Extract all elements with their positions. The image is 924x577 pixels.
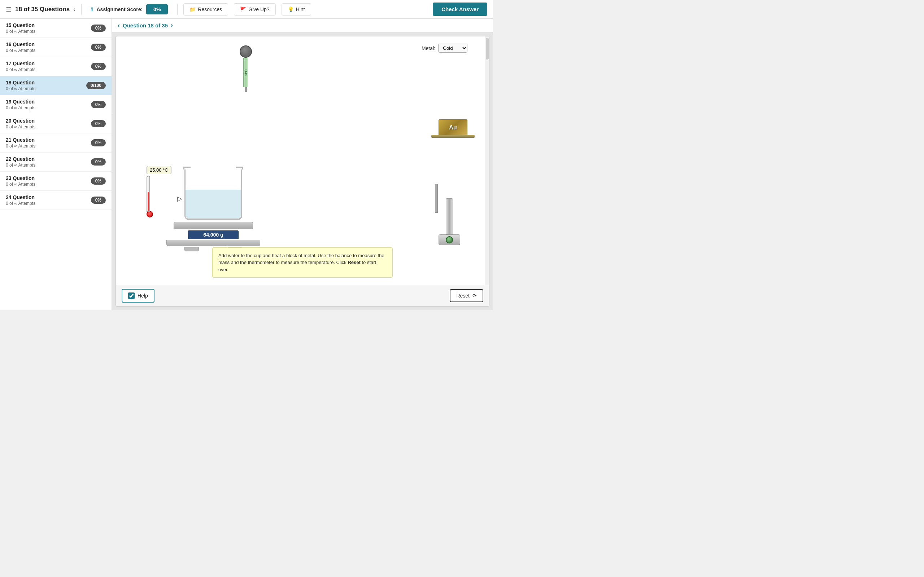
play-button[interactable]: ▷: [177, 195, 182, 203]
header-divider-2: [177, 4, 178, 15]
sidebar-item-info-20: 20 Question 0 of ∞ Attempts: [6, 118, 36, 129]
reset-button[interactable]: Reset ⟳: [450, 289, 483, 302]
reset-icon: ⟳: [472, 293, 477, 298]
header-left: ☰ 18 of 35 Questions ‹: [6, 5, 76, 13]
beaker-thermometer-group: 25.00 °C ▷: [174, 169, 253, 251]
help-button-label: Help: [137, 293, 148, 298]
scrollbar-thumb[interactable]: [486, 38, 489, 60]
sidebar-item-title-19: 19 Question: [6, 99, 36, 105]
burner-assembly: [446, 198, 453, 234]
burner-stand-arm: [435, 184, 438, 213]
sim-bottom-bar: Help Reset ⟳: [116, 285, 489, 306]
simulation-content: Metal: Gold Silver Copper Iron H₂O: [116, 36, 489, 285]
menu-icon[interactable]: ☰: [6, 5, 11, 13]
sidebar-item-attempts-18: 0 of ∞ Attempts: [6, 86, 36, 91]
assignment-score-label: Assignment Score:: [97, 6, 143, 12]
sidebar-item-info-16: 16 Question 0 of ∞ Attempts: [6, 42, 36, 53]
sidebar-item-info-19: 19 Question 0 of ∞ Attempts: [6, 99, 36, 110]
sidebar-item-score-17: 0%: [91, 63, 106, 70]
score-badge: 0%: [146, 4, 168, 15]
sidebar-item-24[interactable]: 24 Question 0 of ∞ Attempts 0%: [0, 191, 111, 210]
sidebar-item-21[interactable]: 21 Question 0 of ∞ Attempts 0%: [0, 134, 111, 153]
reset-button-label: Reset: [456, 293, 470, 298]
help-text-content: Add water to the cup and heat a block of…: [218, 253, 384, 272]
sidebar-item-15[interactable]: 15 Question 0 of ∞ Attempts 0%: [0, 19, 111, 38]
simulation-box: Metal: Gold Silver Copper Iron H₂O: [115, 36, 489, 306]
sidebar-item-attempts-15: 0 of ∞ Attempts: [6, 29, 36, 34]
thermometer[interactable]: 25.00 °C ▷: [147, 166, 171, 218]
top-header: ☰ 18 of 35 Questions ‹ ℹ Assignment Scor…: [0, 0, 493, 19]
prev-question-button[interactable]: ‹: [118, 22, 120, 29]
hint-label: Hint: [296, 6, 305, 12]
therm-tube: [147, 176, 150, 212]
sidebar-item-20[interactable]: 20 Question 0 of ∞ Attempts 0%: [0, 114, 111, 134]
help-textbox: Add water to the cup and heat a block of…: [212, 247, 393, 278]
sidebar-item-22[interactable]: 22 Question 0 of ∞ Attempts 0%: [0, 153, 111, 172]
scale: 64.000 g: [174, 222, 253, 251]
page-title: 18 of 35 Questions: [15, 6, 69, 13]
sidebar-item-23[interactable]: 23 Question 0 of ∞ Attempts 0%: [0, 172, 111, 191]
sidebar-item-attempts-17: 0 of ∞ Attempts: [6, 67, 36, 72]
burner-tube: [446, 198, 453, 234]
hint-icon: 💡: [288, 6, 294, 12]
check-answer-button[interactable]: Check Answer: [433, 3, 487, 16]
sidebar-item-18[interactable]: 18 Question 0 of ∞ Attempts 0/100: [0, 76, 111, 95]
sidebar-item-score-24: 0%: [91, 197, 106, 204]
sidebar-item-score-18: 0/100: [86, 82, 106, 89]
give-up-button[interactable]: 🚩 Give Up?: [234, 3, 275, 16]
burner-knob[interactable]: [446, 236, 453, 243]
temperature-display: 25.00 °C: [147, 166, 171, 174]
gold-block-area[interactable]: Au: [431, 119, 475, 138]
gold-block: Au: [439, 119, 467, 135]
sidebar-item-score-21: 0%: [91, 139, 106, 147]
resources-button[interactable]: 📁 Resources: [183, 3, 228, 16]
sidebar-item-title-16: 16 Question: [6, 42, 36, 47]
help-button[interactable]: Help: [122, 289, 155, 303]
metal-dropdown[interactable]: Gold Silver Copper Iron: [438, 44, 467, 53]
header-divider: [81, 4, 82, 15]
sidebar-item-info-22: 22 Question 0 of ∞ Attempts: [6, 156, 36, 168]
question-label: Question 18 of 35: [123, 23, 168, 29]
next-question-button[interactable]: ›: [171, 22, 173, 29]
sidebar-item-score-19: 0%: [91, 101, 106, 108]
sidebar-item-19[interactable]: 19 Question 0 of ∞ Attempts 0%: [0, 95, 111, 114]
beaker-spout-right: [236, 167, 243, 169]
beaker-vessel: [184, 169, 242, 220]
assignment-score-area: ℹ Assignment Score: 0%: [87, 4, 172, 15]
therm-bulb: [147, 211, 153, 218]
help-checkbox[interactable]: [128, 292, 135, 299]
info-icon[interactable]: ℹ: [91, 6, 93, 13]
beaker[interactable]: [184, 169, 242, 220]
metal-label: Metal:: [422, 45, 435, 51]
give-up-label: Give Up?: [248, 6, 269, 12]
therm-fill: [148, 192, 149, 211]
resources-label: Resources: [198, 6, 222, 12]
back-arrow-button[interactable]: ‹: [73, 6, 75, 13]
scale-top: [174, 222, 253, 229]
sidebar-item-info-21: 21 Question 0 of ∞ Attempts: [6, 137, 36, 148]
bunsen-burner[interactable]: [439, 198, 460, 245]
burner-base: [439, 234, 460, 245]
sidebar-item-score-16: 0%: [91, 44, 106, 51]
sidebar-item-title-18: 18 Question: [6, 80, 36, 85]
resources-icon: 📁: [189, 6, 195, 12]
beaker-water: [186, 190, 241, 219]
beaker-body: [184, 169, 242, 220]
main-layout: 15 Question 0 of ∞ Attempts 0% 16 Questi…: [0, 19, 493, 310]
sidebar-item-title-17: 17 Question: [6, 61, 36, 66]
beaker-spout-left: [183, 167, 191, 169]
metal-selector: Metal: Gold Silver Copper Iron: [422, 44, 467, 53]
simulation-area: Metal: Gold Silver Copper Iron H₂O: [112, 32, 493, 310]
sidebar-item-title-21: 21 Question: [6, 137, 36, 143]
scrollbar[interactable]: [485, 36, 489, 285]
sidebar-item-info-17: 17 Question 0 of ∞ Attempts: [6, 61, 36, 72]
hint-button[interactable]: 💡 Hint: [281, 3, 311, 16]
sidebar-item-score-15: 0%: [91, 24, 106, 32]
sidebar-item-attempts-20: 0 of ∞ Attempts: [6, 124, 36, 129]
sidebar-item-info-18: 18 Question 0 of ∞ Attempts: [6, 80, 36, 91]
sidebar-item-16[interactable]: 16 Question 0 of ∞ Attempts 0%: [0, 38, 111, 57]
sidebar-item-17[interactable]: 17 Question 0 of ∞ Attempts 0%: [0, 57, 111, 76]
sidebar: 15 Question 0 of ∞ Attempts 0% 16 Questi…: [0, 19, 112, 310]
sidebar-item-title-23: 23 Question: [6, 175, 36, 181]
dropper[interactable]: H₂O: [239, 45, 253, 92]
